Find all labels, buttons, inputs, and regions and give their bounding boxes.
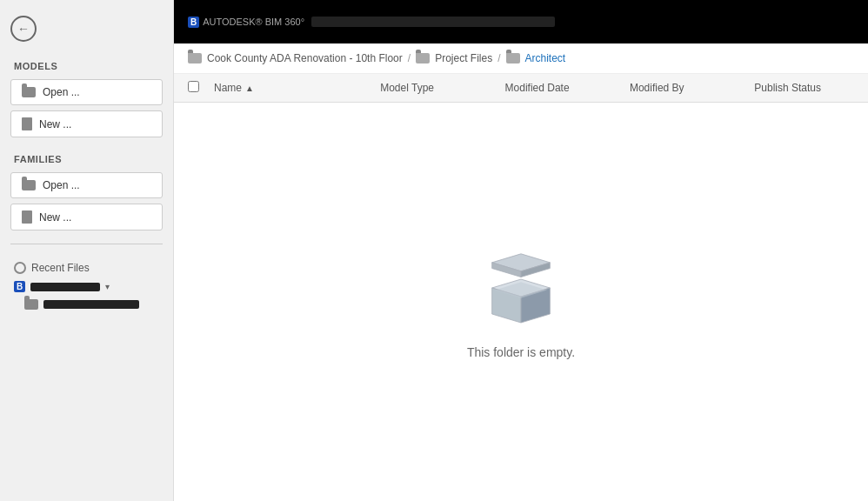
empty-state: This folder is empty.	[174, 103, 868, 501]
folder-icon	[22, 87, 36, 97]
table-col-modified-date: Modified Date	[505, 82, 630, 94]
families-open-label: Open ...	[43, 179, 80, 191]
top-bar: B AUTODESK® BIM 360°	[174, 0, 868, 43]
back-arrow-icon: ←	[17, 22, 30, 36]
bim-badge: B	[14, 281, 25, 292]
sort-arrow-icon: ▲	[245, 84, 254, 93]
empty-box-svg	[477, 244, 564, 331]
sidebar-divider	[10, 244, 163, 244]
select-all-checkbox[interactable]	[188, 81, 199, 92]
breadcrumb-folder-icon-3	[506, 53, 520, 63]
breadcrumb-sep-2: /	[497, 52, 500, 64]
empty-state-message: This folder is empty.	[467, 345, 575, 359]
models-section-label: MODELS	[0, 56, 173, 77]
table-col-name[interactable]: Name ▲	[214, 82, 380, 94]
bim-logo-b: B	[188, 17, 199, 28]
breadcrumb-folder-icon-1	[188, 53, 202, 63]
folder-icon	[24, 299, 38, 310]
file-icon	[22, 117, 32, 130]
breadcrumb-sep-1: /	[408, 52, 411, 64]
table-col-publish-status: Publish Status	[754, 82, 854, 94]
families-open-button[interactable]: Open ...	[10, 172, 163, 198]
recent-project-item[interactable]: B ▾	[0, 277, 173, 296]
recent-project-name	[30, 283, 100, 291]
col-publish-status-label: Publish Status	[754, 82, 821, 94]
clock-icon	[14, 262, 26, 274]
breadcrumb-folder-icon-2	[416, 53, 430, 63]
back-button[interactable]: ←	[10, 16, 37, 42]
main-content: B AUTODESK® BIM 360° Cook County ADA Ren…	[174, 0, 868, 501]
table-col-model-type: Model Type	[380, 82, 504, 94]
recent-file-name	[43, 300, 139, 309]
col-modified-by-label: Modified By	[630, 82, 684, 94]
table-col-modified-by: Modified By	[630, 82, 754, 94]
families-section-label: FAMILIES	[0, 149, 173, 170]
breadcrumb: Cook County ADA Renovation - 10th Floor …	[174, 43, 868, 74]
recent-file-item	[0, 296, 173, 313]
autodesk-logo: B AUTODESK® BIM 360°	[188, 17, 304, 28]
folder-icon	[22, 180, 36, 190]
sidebar: ← MODELS Open ... New ... FAMILIES Open …	[0, 0, 174, 501]
breadcrumb-project-files[interactable]: Project Files	[435, 52, 492, 64]
families-new-label: New ...	[39, 211, 71, 224]
recent-files-section: Recent Files B ▾	[0, 255, 173, 317]
recent-files-header: Recent Files	[0, 258, 173, 277]
col-model-type-label: Model Type	[380, 82, 434, 94]
table-col-check	[188, 81, 214, 95]
breadcrumb-project[interactable]: Cook County ADA Renovation - 10th Floor	[207, 52, 403, 64]
breadcrumb-current[interactable]: Architect	[525, 52, 566, 64]
file-icon	[22, 210, 32, 224]
dropdown-caret-icon: ▾	[105, 282, 110, 291]
models-new-button[interactable]: New ...	[10, 110, 163, 137]
recent-files-label: Recent Files	[31, 262, 90, 274]
empty-folder-illustration	[477, 244, 564, 331]
models-new-label: New ...	[39, 118, 71, 130]
table-header: Name ▲ Model Type Modified Date Modified…	[174, 74, 868, 103]
families-new-button[interactable]: New ...	[10, 204, 163, 230]
models-open-label: Open ...	[43, 86, 80, 98]
header-redacted-bar	[311, 17, 555, 27]
col-name-label: Name	[214, 82, 242, 94]
models-open-button[interactable]: Open ...	[10, 79, 163, 105]
app-title: AUTODESK® BIM 360°	[203, 17, 304, 27]
col-modified-date-label: Modified Date	[505, 82, 570, 94]
